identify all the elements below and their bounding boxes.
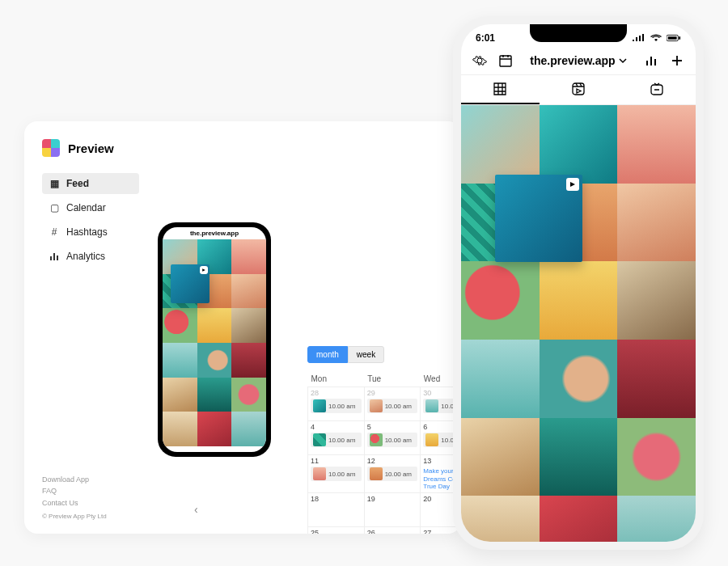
- event-thumb: [370, 433, 383, 446]
- footer-faq[interactable]: FAQ: [42, 485, 107, 496]
- tab-reels[interactable]: [540, 75, 618, 104]
- app-toolbar: the.preview.app: [461, 47, 696, 74]
- calendar-cell[interactable]: 18: [308, 492, 365, 526]
- feed-tile[interactable]: [231, 343, 266, 378]
- feed-grid: [461, 105, 696, 542]
- calendar-event[interactable]: 10.00 am: [367, 467, 418, 481]
- feed-tile[interactable]: [540, 261, 618, 340]
- event-thumb: [313, 467, 326, 480]
- calendar-view-toggle: month week: [307, 346, 461, 363]
- tab-igtv[interactable]: [617, 75, 696, 104]
- event-time: 10.00 am: [328, 437, 355, 444]
- sidebar-item-label: Hashtags: [66, 226, 108, 238]
- app-name: Preview: [68, 142, 114, 155]
- svg-rect-4: [573, 83, 584, 95]
- feed-tile[interactable]: [617, 496, 696, 542]
- feed-tile[interactable]: [231, 308, 266, 343]
- sidebar-collapse-icon[interactable]: ‹: [194, 503, 198, 516]
- view-month-button[interactable]: month: [307, 346, 348, 363]
- footer-links: Download App FAQ Contact Us © Preview Ap…: [42, 474, 107, 522]
- feed-tile[interactable]: [163, 412, 197, 446]
- feed-tabbar: [461, 74, 696, 105]
- event-time: 10.00 am: [385, 403, 412, 410]
- wifi-icon: [649, 31, 663, 45]
- feed-tile[interactable]: [163, 308, 197, 343]
- calendar-cell[interactable]: 26Spouse's Day: [364, 526, 421, 534]
- feed-tile[interactable]: [197, 412, 232, 446]
- calendar-cell[interactable]: 1210.00 am: [364, 455, 421, 493]
- event-thumb: [313, 433, 326, 446]
- reels-icon: [571, 82, 586, 96]
- feed-tile[interactable]: [231, 412, 266, 446]
- feed-tile[interactable]: [461, 105, 540, 184]
- svg-rect-2: [679, 36, 680, 40]
- mini-phone-title: the.preview.app: [163, 227, 266, 239]
- footer-copyright: © Preview App Pty Ltd: [42, 512, 107, 522]
- feed-tile[interactable]: [231, 274, 266, 309]
- feed-tile[interactable]: [231, 378, 266, 412]
- footer-contact[interactable]: Contact Us: [42, 497, 107, 509]
- analytics-icon[interactable]: [644, 53, 658, 68]
- feed-tile[interactable]: [197, 308, 232, 343]
- igtv-icon: [650, 82, 664, 96]
- mini-phone-preview: the.preview.app: [158, 222, 271, 457]
- calendar-event[interactable]: 10.00 am: [311, 399, 362, 413]
- dragging-tile[interactable]: [495, 175, 582, 262]
- calendar-cell[interactable]: 510.00 am: [364, 421, 421, 455]
- calendar-event[interactable]: 10.00 am: [311, 433, 362, 447]
- calendar-cell[interactable]: 410.00 am: [308, 421, 365, 455]
- feed-tile[interactable]: [617, 261, 696, 340]
- grid-icon: ▦: [49, 178, 60, 189]
- svg-rect-1: [668, 36, 677, 40]
- feed-tile[interactable]: [540, 418, 618, 496]
- sidebar-item-calendar[interactable]: ▢ Calendar: [42, 197, 139, 218]
- event-thumb: [425, 399, 438, 412]
- feed-tile[interactable]: [461, 418, 540, 496]
- calendar-event[interactable]: 10.00 am: [311, 467, 362, 481]
- feed-tile[interactable]: [163, 378, 197, 412]
- calendar-icon[interactable]: [498, 53, 513, 68]
- calendar-event[interactable]: 10.00 am: [367, 433, 418, 447]
- calendar-icon: ▢: [49, 202, 60, 213]
- event-time: 10.00 am: [385, 471, 412, 478]
- feed-tile[interactable]: [617, 418, 696, 496]
- sidebar-item-label: Feed: [66, 178, 89, 189]
- feed-tile[interactable]: [617, 340, 696, 418]
- feed-tile[interactable]: [617, 184, 696, 262]
- feed-tile[interactable]: [540, 105, 618, 184]
- mini-dragging-tile[interactable]: [171, 264, 210, 303]
- calendar-cell[interactable]: 2810.00 am: [308, 387, 365, 421]
- tab-grid[interactable]: [461, 75, 540, 104]
- calendar-day-header: Tue: [364, 371, 421, 387]
- footer-download[interactable]: Download App: [42, 474, 107, 485]
- event-thumb: [313, 399, 326, 412]
- settings-icon[interactable]: [472, 53, 487, 68]
- add-icon[interactable]: [670, 53, 684, 68]
- feed-tile[interactable]: [540, 340, 618, 418]
- event-thumb: [370, 467, 383, 480]
- feed-tile[interactable]: [163, 343, 197, 378]
- feed-tile[interactable]: [231, 239, 266, 274]
- calendar-cell[interactable]: 25: [308, 526, 365, 534]
- sidebar-item-analytics[interactable]: Analytics: [42, 246, 139, 267]
- chevron-down-icon: [619, 57, 627, 65]
- account-switcher[interactable]: the.preview.app: [530, 54, 626, 67]
- feed-tile[interactable]: [197, 343, 232, 378]
- sidebar-item-hashtags[interactable]: # Hashtags: [42, 222, 139, 243]
- feed-tile[interactable]: [461, 261, 540, 340]
- feed-tile[interactable]: [197, 378, 232, 412]
- feed-tile[interactable]: [461, 496, 540, 542]
- calendar-cell[interactable]: 2910.00 am: [364, 387, 421, 421]
- grid-icon: [493, 82, 507, 96]
- reels-icon: [566, 178, 579, 191]
- signal-icon: [631, 31, 645, 45]
- feed-tile[interactable]: [540, 496, 618, 542]
- calendar-cell[interactable]: 1110.00 am: [308, 455, 365, 493]
- calendar-event[interactable]: 10.00 am: [367, 399, 418, 413]
- feed-tile[interactable]: [617, 105, 696, 184]
- sidebar-item-feed[interactable]: ▦ Feed: [42, 173, 139, 194]
- feed-tile[interactable]: [461, 340, 540, 418]
- calendar-cell[interactable]: 19: [364, 492, 421, 526]
- desktop-header: Preview: [42, 139, 443, 157]
- view-week-button[interactable]: week: [348, 346, 384, 363]
